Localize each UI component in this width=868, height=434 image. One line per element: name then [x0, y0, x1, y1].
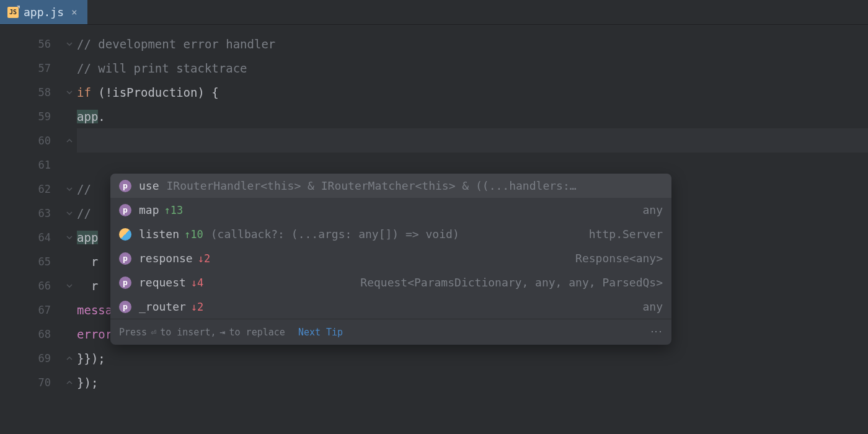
tab-bar: JS app.js ×	[0, 0, 868, 25]
code-text: app	[77, 231, 98, 244]
code-text: if	[77, 86, 91, 99]
completion-type: any	[642, 203, 663, 216]
tab-filename: app.js	[24, 6, 64, 19]
rank-indicator: ↑10	[184, 228, 203, 241]
completion-type: Response<any>	[575, 252, 663, 265]
completion-signature: (callback?: (...args: any[]) => void)	[211, 228, 582, 241]
line-number: 56	[0, 32, 62, 56]
fold-handle[interactable]	[62, 32, 77, 56]
next-tip-link[interactable]: Next Tip	[298, 327, 343, 338]
code-text: (!isProduction) {	[91, 86, 219, 99]
code-text: error	[77, 327, 112, 341]
fold-handle[interactable]	[62, 370, 77, 394]
property-icon: p	[119, 204, 131, 216]
line-number: 68	[0, 322, 62, 346]
enter-key-icon: ⏎	[151, 327, 156, 338]
completion-name: response	[139, 252, 193, 265]
code-text: });	[77, 376, 98, 389]
footer-text: to insert,	[160, 327, 216, 338]
fold-handle[interactable]	[62, 225, 77, 249]
code-text: // development error handler	[77, 37, 275, 51]
line-number: 62	[0, 177, 62, 201]
rank-indicator: ↓2	[191, 301, 203, 313]
completion-item[interactable]: presponse↓2Response<any>	[110, 246, 671, 270]
completion-item[interactable]: listen↑10(callback?: (...args: any[]) =>…	[110, 222, 671, 246]
line-number: 60	[0, 128, 62, 153]
code-text: // will print stacktrace	[77, 61, 247, 75]
method-icon	[119, 228, 131, 241]
completion-name: listen	[139, 228, 179, 241]
fold-handle[interactable]	[62, 128, 77, 153]
line-number: 57	[0, 56, 62, 80]
code-text: .	[98, 110, 105, 123]
completion-item[interactable]: pmap↑13any	[110, 198, 671, 222]
completion-item[interactable]: p_router↓2any	[110, 294, 671, 319]
current-line-highlight	[77, 128, 868, 153]
line-number: 66	[0, 273, 62, 298]
code-text: //	[77, 182, 98, 196]
tab-key-icon: ⇥	[220, 327, 226, 338]
completion-name: map	[139, 203, 159, 216]
code-editor[interactable]: 56 57 58 59 60 61 62 63 64 65 66 67 68 6…	[0, 25, 868, 434]
completion-item[interactable]: prequest↓4Request<ParamsDictionary, any,…	[110, 270, 671, 294]
fold-handle[interactable]	[62, 346, 77, 370]
fold-handle[interactable]	[62, 177, 77, 201]
close-icon[interactable]: ×	[69, 6, 80, 18]
rank-indicator: ↑13	[164, 204, 184, 216]
line-number: 58	[0, 80, 62, 104]
footer-text: Press	[119, 327, 147, 338]
property-icon: p	[119, 180, 131, 192]
line-number: 65	[0, 249, 62, 273]
rank-indicator: ↓4	[191, 277, 203, 289]
completion-name: use	[139, 179, 159, 192]
code-completion-popup: puseIRouterHandler<this> & IRouterMatche…	[110, 174, 671, 345]
line-number: 69	[0, 346, 62, 370]
completion-name: _router	[139, 300, 186, 313]
code-text: }});	[77, 352, 105, 365]
completion-footer: Press ⏎ to insert, ⇥ to replace Next Tip…	[110, 319, 671, 345]
fold-handle[interactable]	[62, 273, 77, 298]
completion-type: any	[642, 300, 663, 313]
fold-column	[62, 25, 77, 434]
line-number: 70	[0, 370, 62, 394]
property-icon: p	[119, 301, 131, 313]
line-number: 61	[0, 153, 62, 177]
more-options-icon[interactable]: ⋮	[650, 326, 663, 339]
line-number: 63	[0, 201, 62, 225]
code-text: r	[77, 279, 98, 293]
line-number-gutter: 56 57 58 59 60 61 62 63 64 65 66 67 68 6…	[0, 25, 62, 434]
line-number: 59	[0, 104, 62, 128]
js-file-icon: JS	[7, 7, 19, 18]
completion-item[interactable]: puseIRouterHandler<this> & IRouterMatche…	[110, 174, 671, 198]
code-text: r	[77, 255, 98, 268]
completion-name: request	[139, 276, 186, 289]
code-text: //	[77, 206, 98, 220]
line-number: 64	[0, 225, 62, 249]
fold-handle[interactable]	[62, 80, 77, 104]
file-tab-appjs[interactable]: JS app.js ×	[0, 0, 87, 24]
code-text: app	[77, 110, 98, 123]
completion-signature: IRouterHandler<this> & IRouterMatcher<th…	[167, 179, 663, 192]
completion-type: Request<ParamsDictionary, any, any, Pars…	[360, 276, 663, 289]
fold-handle[interactable]	[62, 201, 77, 225]
property-icon: p	[119, 277, 131, 289]
footer-text: to replace	[229, 327, 285, 338]
property-icon: p	[119, 252, 131, 265]
rank-indicator: ↓2	[198, 252, 210, 265]
line-number: 67	[0, 298, 62, 322]
completion-type: http.Server	[589, 228, 663, 241]
